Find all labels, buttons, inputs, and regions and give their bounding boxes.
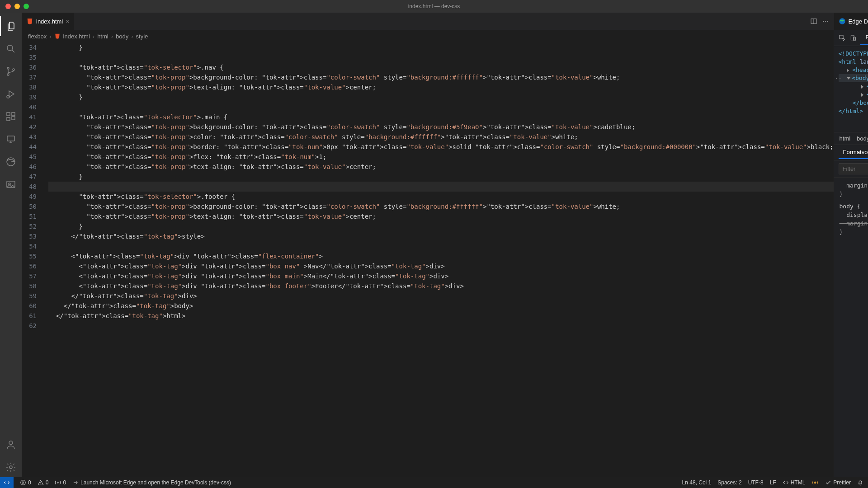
svg-rect-8 — [12, 117, 15, 120]
status-launch[interactable]: Launch Microsoft Edge and open the Edge … — [72, 479, 231, 486]
styles-toolbar: :hov .cls — [834, 160, 868, 178]
remote-icon — [4, 479, 10, 486]
bc-body[interactable]: body — [116, 33, 128, 40]
dom-html-close[interactable]: </html> — [839, 108, 863, 114]
svg-rect-7 — [7, 117, 10, 121]
rule-selector[interactable]: body { — [840, 203, 861, 210]
svg-rect-5 — [7, 113, 10, 116]
styles-panel[interactable]: margin: 0; } Benutzer-Agent-Stylesheetbo… — [834, 178, 868, 477]
activity-account[interactable] — [0, 435, 22, 455]
activity-settings[interactable] — [0, 457, 22, 477]
svg-point-3 — [13, 69, 14, 70]
dom-tree[interactable]: <!DOCTYPE html> <html lang="en"> <head> … — [834, 46, 868, 132]
svg-point-18 — [827, 21, 828, 22]
devtools-tab-label: Edge DevTools — [849, 18, 868, 25]
styles-filter-input[interactable] — [839, 163, 868, 174]
status-eol[interactable]: LF — [770, 479, 776, 486]
close-icon[interactable]: × — [66, 18, 69, 25]
status-golive[interactable] — [811, 479, 819, 486]
status-warnings[interactable]: 0 — [38, 479, 49, 486]
broadcast-icon — [55, 479, 61, 486]
gear-icon — [5, 462, 16, 473]
svg-point-1 — [7, 67, 9, 69]
svg-rect-6 — [12, 113, 15, 116]
bc-style[interactable]: style — [136, 33, 148, 40]
dom-doctype[interactable]: <!DOCTYPE html> — [839, 50, 868, 57]
activity-extensions[interactable] — [0, 107, 22, 127]
status-spaces[interactable]: Spaces: 2 — [717, 479, 741, 486]
svg-point-17 — [825, 21, 826, 22]
svg-point-36 — [814, 482, 816, 483]
devtools-pane: Edge DevTools × Elemente Konsole Netzwer… — [834, 13, 868, 477]
titlebar: index.html — dev-css — [0, 0, 868, 13]
devtools-tabs: Edge DevTools × — [834, 13, 868, 30]
devtools-tab-elements[interactable]: Elemente — [860, 30, 868, 45]
files-icon — [5, 21, 16, 32]
more-icon[interactable] — [822, 18, 829, 25]
activity-scm[interactable] — [0, 61, 22, 81]
status-bar: 0 0 0 Launch Microsoft Edge and open the… — [0, 477, 868, 488]
status-cursor[interactable]: Ln 48, Col 1 — [682, 479, 712, 486]
editor-actions — [806, 13, 834, 30]
edge-icon — [5, 156, 16, 167]
bc-file[interactable]: index.html — [63, 33, 90, 40]
status-errors[interactable]: 0 — [20, 479, 31, 486]
image-icon — [5, 179, 16, 190]
styles-subtabs: Formatvorlagen Berechnet Layout Ereignis… — [834, 145, 868, 160]
status-prettier[interactable]: Prettier — [825, 479, 851, 486]
tab-devtools[interactable]: Edge DevTools × — [834, 13, 868, 30]
remote-indicator[interactable] — [0, 477, 14, 488]
activity-image[interactable] — [0, 174, 22, 194]
activity-edge[interactable] — [0, 152, 22, 172]
activity-remote[interactable] — [0, 129, 22, 149]
svg-rect-9 — [7, 136, 14, 141]
editor-tabs: index.html × — [22, 13, 834, 30]
dom-body-close[interactable]: </body> — [853, 99, 868, 106]
dom-bc-html[interactable]: html — [840, 135, 851, 142]
code-editor[interactable]: 3435363738394041424344454647484950515253… — [22, 42, 834, 477]
breadcrumbs[interactable]: flexbox› index.html› html› body› style — [22, 30, 834, 42]
dom-bc-body[interactable]: body — [857, 135, 868, 142]
activity-debug[interactable] — [0, 84, 22, 104]
device-icon[interactable] — [849, 34, 857, 42]
edge-icon — [839, 18, 846, 25]
activity-bar — [0, 13, 22, 477]
window-controls — [0, 4, 29, 9]
status-lang[interactable]: HTML — [783, 479, 806, 486]
svg-point-35 — [57, 482, 58, 483]
bc-html[interactable]: html — [97, 33, 108, 40]
bell-icon — [857, 479, 863, 486]
remote-icon — [5, 134, 16, 145]
status-notifications[interactable] — [857, 479, 863, 486]
close-window[interactable] — [5, 4, 11, 9]
svg-point-2 — [7, 74, 9, 75]
svg-point-14 — [9, 466, 12, 469]
search-icon — [5, 43, 16, 54]
code-icon — [783, 479, 789, 486]
tab-index-html[interactable]: index.html × — [22, 13, 74, 30]
branch-icon — [5, 66, 16, 77]
html-file-icon — [26, 18, 33, 25]
account-icon — [5, 439, 16, 450]
subtab-styles[interactable]: Formatvorlagen — [839, 146, 868, 159]
svg-point-13 — [9, 441, 13, 445]
inspect-icon[interactable] — [839, 34, 846, 42]
minimize-window[interactable] — [14, 4, 20, 9]
devtools-toolbar: Elemente Konsole Netzwerk Anwendung — [834, 30, 868, 46]
bc-folder[interactable]: flexbox — [28, 33, 47, 40]
check-icon — [825, 479, 831, 486]
html-file-icon — [54, 33, 61, 39]
window-title: index.html — dev-css — [408, 3, 460, 9]
dom-breadcrumb[interactable]: html body — [834, 132, 868, 145]
maximize-window[interactable] — [24, 4, 29, 9]
activity-explorer[interactable] — [0, 16, 22, 36]
status-ports[interactable]: 0 — [55, 479, 66, 486]
status-encoding[interactable]: UTF-8 — [748, 479, 764, 486]
launch-icon — [72, 479, 79, 486]
tab-label: index.html — [36, 18, 63, 25]
split-editor-icon[interactable] — [810, 18, 817, 25]
editor-group: index.html × flexbox› index.html› html› … — [22, 13, 834, 477]
warning-icon — [38, 479, 44, 486]
error-icon — [20, 479, 26, 486]
activity-search[interactable] — [0, 39, 22, 59]
